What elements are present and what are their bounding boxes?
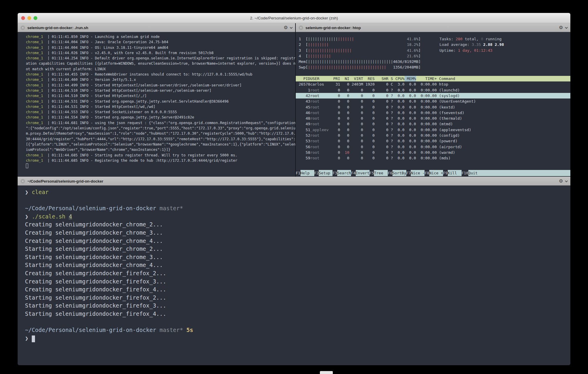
- process-cell: 0.0: [405, 127, 416, 133]
- fkey-invert[interactable]: F4Invert: [351, 170, 370, 176]
- process-cell: (kextd): [437, 104, 570, 110]
- fkey-kill[interactable]: F9Kill: [443, 170, 462, 176]
- fkey-label: Search: [337, 170, 351, 176]
- process-cell: 0: [363, 133, 375, 138]
- fkey-quit[interactable]: F10Quit: [462, 170, 570, 176]
- fkey-tree[interactable]: F5Tree: [370, 170, 388, 176]
- shell-pane-titlebar[interactable]: ✕ ~/Code/Personal/selenium-grid-on-docke…: [18, 177, 570, 186]
- process-row[interactable]: 46root00000?0.00.00:00.00 (fseventsd): [296, 110, 570, 116]
- process-cell: root: [310, 93, 333, 98]
- process-cell: root: [310, 104, 333, 110]
- fkey-setup[interactable]: F2Setup: [314, 170, 333, 176]
- term-segment: chrome_1: [26, 89, 43, 93]
- htop-pane-titlebar[interactable]: ✕ selenium-grid-on-docker: htop ⚙: [296, 23, 570, 32]
- window-titlebar[interactable]: 2. ~/Code/Personal/selenium-grid-on-dock…: [18, 13, 570, 23]
- gear-icon[interactable]: ⚙: [559, 25, 563, 30]
- htop-header-area: 1 [|||||||||||||||||||| 41.8%]2 [|||||||…: [296, 36, 570, 70]
- table-header-row[interactable]: PIDUSERPRINIVIRTRESSHRSCPU%MEM%TIME+ Com…: [296, 76, 570, 81]
- log-line: chrome_1 | 01:11:44.254 INFO - Default d…: [26, 56, 293, 61]
- chevron-down-icon[interactable]: [565, 179, 568, 182]
- term-segment: | 01:11:44.460 INFO - Version Jetty/5.1.…: [43, 78, 136, 82]
- term-segment: clear: [32, 189, 49, 195]
- process-cell: 0: [349, 155, 363, 161]
- process-cell: 56: [299, 144, 310, 150]
- process-row[interactable]: 59root00000?0.00.00:00.00 (mds): [296, 155, 570, 161]
- process-cell: 0: [375, 110, 388, 116]
- process-row[interactable]: 43root00000?0.00.00:00.00 (UserEventAgen…: [296, 98, 570, 104]
- close-pane-icon[interactable]: ✕: [21, 179, 25, 183]
- process-cell: 0: [349, 116, 363, 121]
- gear-icon[interactable]: ⚙: [559, 179, 563, 183]
- term-segment: |||||||||: [308, 42, 328, 47]
- process-row[interactable]: 58root010000?0.00.00:00.00 (warmd): [296, 150, 570, 155]
- close-window-button[interactable]: [21, 16, 25, 20]
- process-cell: (fseventsd): [437, 110, 570, 116]
- chevron-down-icon[interactable]: [565, 26, 568, 29]
- run-sh-pane-titlebar[interactable]: ✕ selenium-grid-on-docker: ./run.sh ⚙: [18, 23, 295, 32]
- fkey-sortby[interactable]: F6SortBy: [388, 170, 406, 176]
- term-segment: chrome_1: [26, 115, 43, 119]
- zoom-window-button[interactable]: [34, 16, 37, 20]
- minimize-window-button[interactable]: [27, 16, 31, 20]
- process-row[interactable]: 51_appleev00000?0.00.00:00.00 (appleeven…: [296, 127, 570, 133]
- log-line: chrome_1 | 01:11:44.685 INFO - Starting …: [26, 153, 293, 158]
- process-cell: 59: [299, 155, 310, 161]
- term-segment: | 01:11:44.685 INFO - Registering the no…: [43, 158, 237, 163]
- process-cell: root: [310, 133, 333, 138]
- htop-pane: ✕ selenium-grid-on-docker: htop ⚙ 1 [|||…: [296, 23, 570, 177]
- term-segment: | 01:11:44.553 INFO - Started SocketList…: [43, 110, 177, 114]
- process-cell: 0.0: [405, 121, 416, 127]
- process-cell: 43: [299, 98, 310, 104]
- process-row[interactable]: 52root00000?0.00.00:00.00 (configd): [296, 133, 570, 138]
- meter-line: 1 [|||||||||||||||||||| 41.8%]: [299, 36, 421, 42]
- shell-line: Creating seleniumgridondocker_firefox_3.…: [25, 278, 567, 286]
- process-cell: 0: [349, 133, 363, 138]
- process-cell: (appleeventsd): [437, 127, 570, 133]
- summary-line: Load average: 3.35 2.88 2.98: [440, 42, 504, 47]
- log-line: iumProtocol":"WebDriver","browserName":"…: [26, 147, 293, 152]
- term-segment: Creating seleniumgridondocker_firefox_4.…: [25, 286, 166, 293]
- term-segment: 41.6%: [407, 48, 418, 53]
- gear-icon[interactable]: ⚙: [284, 25, 288, 30]
- process-row[interactable]: 49root00000?0.00.00:00.00 (mtmd): [296, 121, 570, 127]
- fkey-search[interactable]: F3Search: [333, 170, 351, 176]
- log-line: chrome_1 | 01:11:44.460 INFO - Version J…: [26, 77, 293, 82]
- process-cell: 0.0: [393, 155, 405, 161]
- term-segment: ❯: [25, 335, 32, 341]
- process-cell: 0: [340, 133, 349, 138]
- process-row[interactable]: 56root00000?0.00.00:00.00 (airportd): [296, 144, 570, 150]
- term-segment: ot match with current platform: LINUX: [26, 67, 106, 71]
- process-row[interactable]: 42root00000?0.00.00:00.00 (syslogd): [296, 93, 570, 98]
- process-cell: 0: [363, 116, 375, 121]
- meter-line: 4 [|||||||||| 21.6%]: [299, 53, 421, 59]
- fkey-nice-[interactable]: F7Nice -: [406, 170, 425, 176]
- process-cell: 0:00.00: [416, 87, 437, 93]
- shell-terminal[interactable]: ❯ clear ~/Code/Personal/selenium-grid-on…: [18, 186, 570, 365]
- process-row[interactable]: 26578carlos3102403M19200C3.00.00:00.00 h…: [296, 81, 570, 87]
- term-segment: Tasks:: [440, 37, 456, 41]
- process-row[interactable]: 1root00000?0.00.00:00.00 (launchd): [296, 87, 570, 93]
- process-cell: 0.0: [393, 110, 405, 116]
- process-cell: 0.0: [405, 155, 416, 161]
- close-pane-icon[interactable]: ✕: [299, 26, 303, 30]
- process-row[interactable]: 48root00000?0.00.00:00.00 (thermald): [296, 116, 570, 121]
- term-segment: ❯: [25, 189, 32, 195]
- run-sh-terminal[interactable]: chrome_1 | 01:11:41.850 INFO - Launching…: [18, 32, 295, 177]
- process-row[interactable]: 53root00000?0.00.00:00.00 (powerd): [296, 138, 570, 144]
- process-cell: 49: [299, 121, 310, 127]
- term-segment: | 01:11:44.004 INFO - OS: Linux 3.18.11-…: [43, 46, 168, 50]
- term-segment: ~/Code/Personal/selenium-grid-on-docker: [25, 205, 156, 211]
- fkey-nice-[interactable]: F8Nice +: [425, 170, 443, 176]
- close-pane-icon[interactable]: ✕: [21, 26, 25, 30]
- htop-terminal[interactable]: 1 [|||||||||||||||||||| 41.8%]2 [|||||||…: [296, 32, 570, 177]
- term-segment: | 01:11:44.681 INFO - using the json req…: [43, 121, 295, 125]
- process-row[interactable]: 45root00000?0.00.00:00.00 (kextd): [296, 104, 570, 110]
- term-segment: ||||||: [338, 48, 352, 53]
- term-segment: ||||||||||: [308, 54, 331, 58]
- process-cell: ?: [388, 155, 393, 161]
- chevron-down-icon[interactable]: [290, 26, 293, 29]
- process-cell: 0: [340, 155, 349, 161]
- terminal-cursor: [32, 335, 35, 342]
- fkey-number: F5: [370, 170, 374, 176]
- fkey-help[interactable]: F1Help: [296, 170, 314, 176]
